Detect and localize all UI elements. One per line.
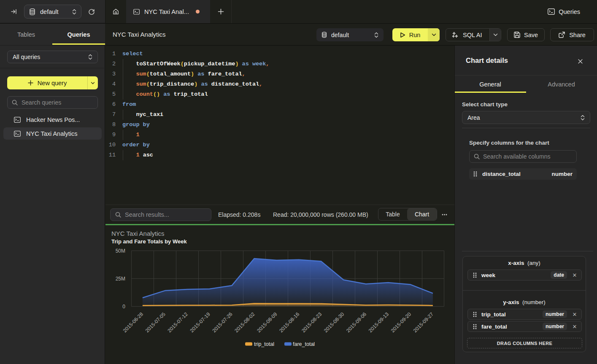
svg-text:trip_total: trip_total: [254, 341, 274, 347]
svg-text:2015-07-12: 2015-07-12: [167, 311, 189, 334]
svg-text:25M: 25M: [116, 276, 125, 282]
svg-text:2015-07-26: 2015-07-26: [211, 311, 234, 334]
svg-text:fare_total: fare_total: [293, 341, 315, 347]
svg-text:2015-08-23: 2015-08-23: [300, 311, 323, 334]
svg-text:2015-08-30: 2015-08-30: [323, 311, 346, 334]
svg-text:2015-08-16: 2015-08-16: [278, 311, 301, 334]
svg-text:2015-09-20: 2015-09-20: [390, 311, 413, 334]
svg-text:50M: 50M: [116, 248, 125, 254]
svg-text:2015-08-02: 2015-08-02: [233, 311, 256, 334]
svg-text:2015-09-06: 2015-09-06: [345, 311, 368, 334]
svg-text:2015-09-13: 2015-09-13: [367, 311, 390, 334]
svg-text:2015-07-19: 2015-07-19: [189, 311, 212, 334]
svg-text:0: 0: [122, 304, 125, 310]
svg-text:2015-06-28: 2015-06-28: [122, 311, 145, 334]
svg-text:2015-09-27: 2015-09-27: [412, 311, 435, 334]
svg-text:2015-07-05: 2015-07-05: [144, 311, 167, 334]
svg-text:2015-08-09: 2015-08-09: [256, 311, 278, 334]
